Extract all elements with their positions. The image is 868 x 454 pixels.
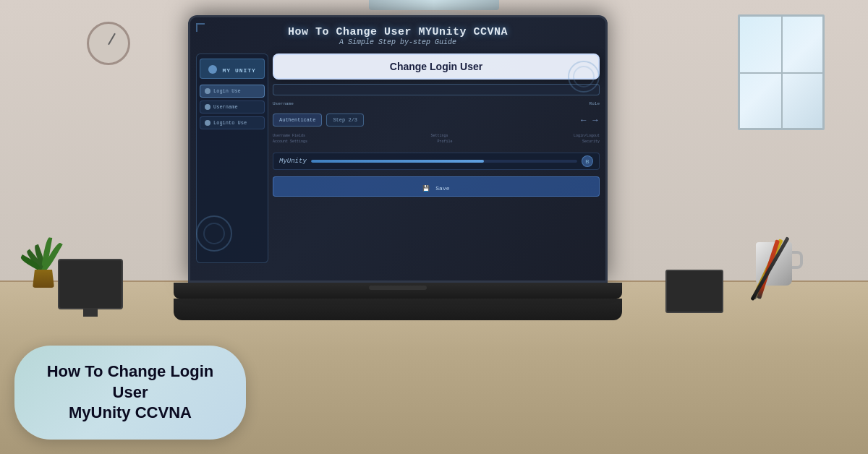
step-button[interactable]: Step 2/3 — [326, 113, 364, 127]
myunity-progress-fill — [311, 160, 484, 163]
wall-clock — [87, 22, 130, 65]
authenticate-button[interactable]: Authenticate — [273, 113, 322, 127]
sidebar-item-username[interactable]: Username — [200, 100, 265, 113]
myunity-icon: B — [582, 155, 593, 167]
myunity-label: MyUnity — [279, 158, 307, 165]
info-col-1-2: Settings — [430, 134, 448, 138]
nav-arrows: ← → — [579, 115, 600, 125]
info-col-2-2: Profile — [437, 140, 452, 144]
info-col-1-3: Login/Logout — [574, 134, 600, 138]
ceiling-light — [369, 0, 499, 10]
sidebar-username-icon — [205, 104, 210, 110]
logo-icon — [208, 65, 217, 74]
laptop: How To Change User MYUnity CCVNA A Simpl… — [174, 15, 622, 320]
info-col-2-1: Account Settings — [273, 140, 307, 144]
sidebar-logo: MY UNITY — [200, 59, 265, 79]
username-input[interactable] — [273, 84, 600, 95]
deco-circle-left — [196, 215, 232, 252]
save-bar[interactable]: 💾 Save — [273, 176, 600, 197]
change-login-title: Change Login User — [283, 61, 590, 72]
plant — [22, 215, 65, 288]
sidebar-item-login[interactable]: Login Use — [200, 85, 265, 98]
action-buttons-row: Authenticate Step 2/3 ← → — [273, 113, 600, 127]
sidebar-item-logout[interactable]: Loginto Use — [200, 116, 265, 129]
info-rows: Username Fields Settings Login/Logout Ac… — [273, 134, 600, 145]
change-login-box: Change Login User — [273, 53, 600, 80]
sidebar-logout-icon — [205, 120, 210, 126]
bubble-line-2: MyUnity CCVNA — [69, 403, 192, 424]
screen-body: MY UNITY Login Use Username Loginto — [196, 53, 600, 263]
myunity-bar: MyUnity B — [273, 153, 600, 170]
background-scene: How To Change User MYUnity CCVNA A Simpl… — [0, 0, 868, 454]
background-monitor-left — [58, 259, 123, 309]
sidebar-login-icon — [205, 88, 210, 94]
deco-circle-right-inner — [573, 66, 595, 87]
deco-circle-right — [568, 61, 600, 93]
arrow-left-icon[interactable]: ← — [579, 115, 588, 125]
sidebar-logout-label: Loginto Use — [213, 120, 247, 126]
myunity-progress-bar — [311, 160, 577, 163]
bubble-line-1: How To Change Login User — [36, 361, 224, 403]
save-text-label: Save — [435, 185, 449, 192]
background-monitor-right — [665, 270, 723, 313]
laptop-keyboard — [174, 299, 622, 320]
myunity-icon-symbol: B — [585, 158, 589, 165]
info-col-2-3: Security — [582, 140, 600, 144]
arrow-right-icon[interactable]: → — [591, 115, 600, 125]
text-bubble: How To Change Login User MyUnity CCVNA — [14, 346, 246, 440]
info-row-1: Username Fields Settings Login/Logout — [273, 134, 600, 138]
username-label: Username — [273, 101, 294, 106]
sidebar-login-label: Login Use — [213, 88, 241, 94]
save-icon: 💾 — [422, 185, 430, 192]
deco-circle-inner — [203, 223, 225, 244]
screen-content: How To Change User MYUnity CCVNA A Simpl… — [190, 17, 605, 280]
logo-text: MY UNITY — [223, 67, 256, 74]
laptop-screen: How To Change User MYUnity CCVNA A Simpl… — [188, 15, 608, 283]
screen-sub-title: A Simple Step by-step Guide — [202, 38, 594, 46]
role-label: Role — [590, 101, 600, 106]
screen-main-title: How To Change User MYUnity CCVNA — [202, 26, 594, 38]
corner-indicator — [196, 23, 205, 32]
sidebar-username-label: Username — [213, 104, 238, 110]
info-row-2: Account Settings Profile Security — [273, 140, 600, 144]
screen-title-area: How To Change User MYUnity CCVNA A Simpl… — [196, 23, 600, 49]
info-col-1-1: Username Fields — [273, 134, 305, 138]
window — [738, 14, 825, 130]
save-label: 💾 Save — [422, 185, 449, 192]
field-labels-row: Username Role — [273, 101, 600, 106]
laptop-base — [174, 283, 622, 299]
screen-main-panel: Change Login User Username Role Authenti… — [273, 53, 600, 263]
